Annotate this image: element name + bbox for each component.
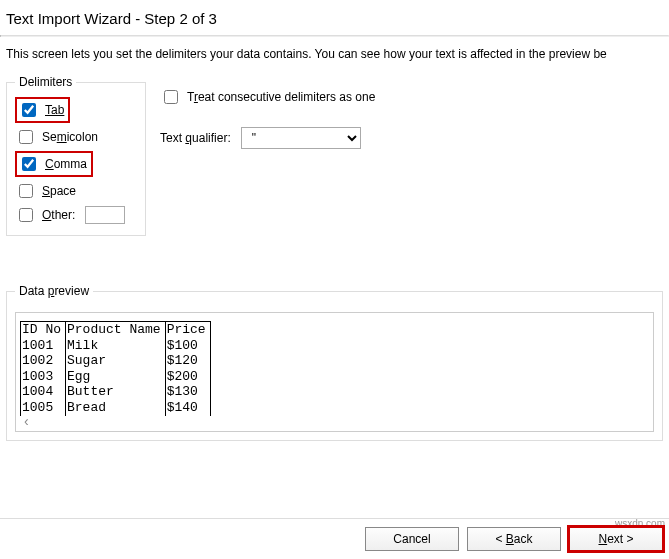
preview-table: ID No Product Name Price 1001Milk$100 10… — [20, 321, 211, 416]
scroll-left-icon[interactable]: ‹ — [24, 413, 29, 429]
back-button[interactable]: < Back — [467, 527, 561, 551]
tab-checkbox[interactable] — [22, 103, 36, 117]
qualifier-select[interactable]: " — [241, 127, 361, 149]
consecutive-checkbox[interactable] — [164, 90, 178, 104]
cancel-button[interactable]: Cancel — [365, 527, 459, 551]
delimiters-legend: Delimiters — [15, 75, 76, 89]
other-input[interactable] — [85, 206, 125, 224]
other-checkbox[interactable] — [19, 208, 33, 222]
semicolon-checkbox[interactable] — [19, 130, 33, 144]
preview-fieldset: Data preview ID No Product Name Price 10… — [6, 284, 663, 441]
space-checkbox[interactable] — [19, 184, 33, 198]
qualifier-label: Text qualifier: — [160, 131, 231, 145]
comma-checkbox[interactable] — [22, 157, 36, 171]
table-row: ID No Product Name Price — [21, 322, 211, 338]
footer-divider — [0, 518, 669, 519]
table-row: 1003Egg$200 — [21, 369, 211, 385]
delimiters-fieldset: Delimiters Tab Semicolon Comma Space Oth… — [6, 75, 146, 236]
table-row: 1002Sugar$120 — [21, 353, 211, 369]
wizard-description: This screen lets you set the delimiters … — [0, 37, 669, 75]
table-row: 1005Bread$140 — [21, 400, 211, 416]
preview-area: ID No Product Name Price 1001Milk$100 10… — [15, 312, 654, 432]
next-button[interactable]: Next > — [569, 527, 663, 551]
other-label[interactable]: Other: — [42, 208, 75, 222]
space-label[interactable]: Space — [42, 184, 76, 198]
table-row: 1004Butter$130 — [21, 384, 211, 400]
comma-label[interactable]: Comma — [45, 157, 87, 171]
wizard-title: Text Import Wizard - Step 2 of 3 — [0, 0, 669, 35]
tab-label[interactable]: Tab — [45, 103, 64, 117]
consecutive-label[interactable]: Treat consecutive delimiters as one — [187, 90, 375, 104]
table-row: 1001Milk$100 — [21, 338, 211, 354]
semicolon-label[interactable]: Semicolon — [42, 130, 98, 144]
preview-legend: Data preview — [15, 284, 93, 298]
